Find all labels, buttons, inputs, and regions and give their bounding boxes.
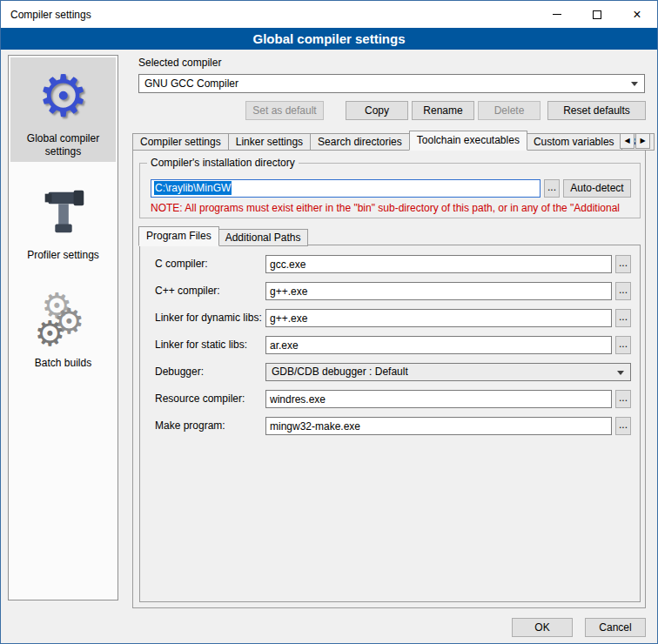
make-program-row: Make program: ... — [140, 417, 640, 435]
copy-button[interactable]: Copy — [346, 101, 408, 120]
caption-buttons: × — [537, 1, 657, 28]
dynamic-linker-label: Linker for dynamic libs: — [155, 309, 262, 327]
compiler-settings-window: Compiler settings × Global compiler sett… — [0, 0, 658, 644]
program-files-tab-strip: Program Files Additional Paths — [139, 226, 308, 246]
sidebar-item-global-compiler-settings[interactable]: ⚙ Global compiler settings — [10, 57, 116, 162]
tab-search-directories[interactable]: Search directories — [311, 133, 410, 151]
subtab-additional-paths[interactable]: Additional Paths — [218, 229, 309, 246]
resource-compiler-row: Resource compiler: ... — [140, 390, 640, 408]
ok-button[interactable]: OK — [512, 618, 573, 637]
installation-directory-value: C:\raylib\MinGW — [154, 181, 232, 195]
debugger-label: Debugger: — [155, 363, 204, 381]
main-panel: Selected compiler GNU GCC Compiler Set a… — [127, 55, 651, 604]
subtab-program-files[interactable]: Program Files — [138, 226, 219, 246]
cpp-compiler-label: C++ compiler: — [155, 282, 220, 300]
debugger-row: Debugger: GDB/CDB debugger : Default — [140, 363, 640, 381]
cpp-compiler-browse-button[interactable]: ... — [615, 282, 631, 300]
dynamic-linker-input[interactable] — [265, 309, 612, 327]
tab-compiler-settings[interactable]: Compiler settings — [132, 133, 229, 151]
resource-compiler-browse-button[interactable]: ... — [615, 390, 631, 408]
global-compiler-gear-icon: ⚙ — [31, 63, 96, 129]
installation-directory-input[interactable]: C:\raylib\MinGW — [151, 179, 540, 198]
resource-compiler-input[interactable] — [265, 390, 612, 408]
delete-button[interactable]: Delete — [478, 101, 540, 120]
static-linker-row: Linker for static libs: ... — [140, 336, 640, 354]
c-compiler-input[interactable] — [265, 255, 612, 273]
tab-scroll-left-button[interactable]: ◀ — [620, 133, 634, 149]
batch-builds-gears-icon: ⚙ ⚙ ⚙ — [31, 287, 96, 353]
debugger-value: GDB/CDB debugger : Default — [272, 366, 408, 378]
maximize-icon — [593, 10, 601, 19]
selected-compiler-dropdown[interactable]: GNU GCC Compiler — [138, 74, 645, 93]
profiler-icon — [31, 179, 96, 245]
installation-directory-group-title: Compiler's installation directory — [147, 157, 299, 169]
c-compiler-label: C compiler: — [155, 255, 208, 273]
chevron-down-icon — [617, 371, 624, 375]
c-compiler-browse-button[interactable]: ... — [615, 255, 631, 273]
title-bar[interactable]: Compiler settings × — [1, 1, 657, 28]
dynamic-linker-row: Linker for dynamic libs: ... — [140, 309, 640, 327]
dialog-body: ⚙ Global compiler settings Profiler sett… — [1, 50, 657, 643]
installation-directory-group: Compiler's installation directory C:\ray… — [139, 163, 641, 218]
set-as-default-button[interactable]: Set as default — [245, 101, 324, 120]
close-icon: × — [633, 8, 641, 22]
cancel-button[interactable]: Cancel — [585, 618, 646, 637]
sidebar-item-profiler-settings[interactable]: Profiler settings — [10, 174, 116, 272]
sidebar-item-batch-builds[interactable]: ⚙ ⚙ ⚙ Batch builds — [10, 282, 116, 379]
selected-compiler-label: Selected compiler — [138, 57, 221, 69]
static-linker-input[interactable] — [265, 336, 612, 354]
sidebar-item-label: Batch builds — [33, 357, 93, 370]
maximize-button[interactable] — [577, 1, 617, 28]
dynamic-linker-browse-button[interactable]: ... — [615, 309, 631, 327]
make-program-browse-button[interactable]: ... — [615, 417, 631, 435]
settings-sidebar: ⚙ Global compiler settings Profiler sett… — [8, 55, 118, 600]
minimize-button[interactable] — [537, 1, 577, 28]
bin-subdirectory-note: NOTE: All programs must exist either in … — [151, 202, 638, 214]
tab-linker-settings[interactable]: Linker settings — [229, 133, 311, 151]
cpp-compiler-input[interactable] — [265, 282, 612, 300]
make-program-input[interactable] — [265, 417, 612, 435]
scroll-right-icon: ▶ — [640, 137, 645, 144]
compiler-action-buttons: Set as default Copy Rename Delete Reset … — [127, 101, 646, 120]
installation-directory-browse-button[interactable]: ... — [544, 179, 560, 198]
minimize-icon — [553, 14, 561, 15]
resource-compiler-label: Resource compiler: — [155, 390, 245, 408]
tab-scroll-right-button[interactable]: ▶ — [635, 133, 650, 149]
tabs: Compiler settings Linker settings Search… — [132, 131, 655, 151]
page-title: Global compiler settings — [1, 28, 657, 50]
settings-tab-strip: Compiler settings Linker settings Search… — [127, 131, 651, 150]
toolchain-executables-page: Compiler's installation directory C:\ray… — [132, 150, 646, 608]
make-program-label: Make program: — [155, 417, 225, 435]
static-linker-browse-button[interactable]: ... — [615, 336, 631, 354]
tab-toolchain-executables[interactable]: Toolchain executables — [409, 131, 527, 151]
selected-compiler-value: GNU GCC Compiler — [144, 77, 238, 90]
sidebar-item-label: Global compiler settings — [10, 132, 116, 158]
program-files-panel: C compiler: ... C++ compiler: ... Linker… — [139, 245, 641, 602]
sidebar-item-label: Profiler settings — [25, 249, 101, 262]
window-title: Compiler settings — [1, 9, 91, 21]
scroll-left-icon: ◀ — [624, 137, 629, 144]
auto-detect-button[interactable]: Auto-detect — [563, 179, 631, 198]
static-linker-label: Linker for static libs: — [155, 336, 247, 354]
chevron-down-icon — [631, 82, 638, 86]
reset-defaults-button[interactable]: Reset defaults — [547, 101, 646, 120]
debugger-dropdown[interactable]: GDB/CDB debugger : Default — [265, 363, 631, 381]
c-compiler-row: C compiler: ... — [140, 255, 640, 273]
close-button[interactable]: × — [617, 1, 657, 28]
cpp-compiler-row: C++ compiler: ... — [140, 282, 640, 300]
rename-button[interactable]: Rename — [412, 101, 474, 120]
tab-custom-variables[interactable]: Custom variables — [527, 133, 622, 151]
